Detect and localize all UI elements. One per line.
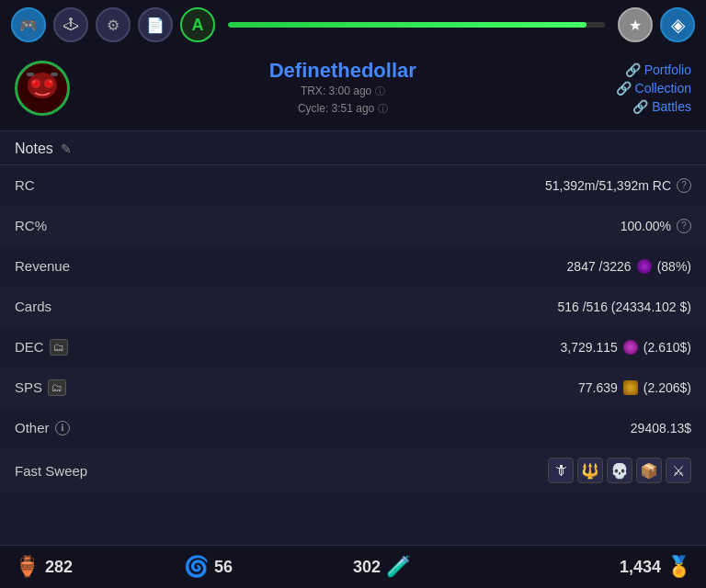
other-info-icon[interactable]: ℹ bbox=[55, 421, 70, 435]
rc-value: 51,392m/51,392m RC ? bbox=[545, 178, 691, 193]
dec-token-icon bbox=[623, 340, 638, 355]
energy-stat: 🌀 56 bbox=[184, 555, 353, 579]
cycle-help[interactable]: ⓘ bbox=[378, 103, 388, 114]
battles-link-icon: 🔗 bbox=[632, 99, 648, 114]
rc-row: RC 51,392m/51,392m RC ? bbox=[0, 165, 706, 206]
sps-token-icon bbox=[623, 380, 638, 395]
revenue-value: 2847 /3226 (88%) bbox=[567, 259, 691, 274]
notes-section: Notes ✎ bbox=[0, 131, 706, 165]
app-container: 🎮 🕹 ⚙ 📄 A ★ ◈ bbox=[0, 0, 706, 588]
collection-link-label: Collection bbox=[635, 81, 691, 96]
rc-help-icon[interactable]: ? bbox=[677, 178, 691, 193]
battles-link[interactable]: 🔗 Battles bbox=[632, 99, 691, 114]
dec-wallet-icon[interactable]: 🗂 bbox=[50, 339, 68, 356]
dec-row: DEC 🗂 3,729.115 (2.610$) bbox=[0, 327, 706, 368]
energy-value: 56 bbox=[214, 558, 233, 577]
fast-sweep-row: Fast Sweep 🗡 🔱 💀 📦 ⚔ bbox=[0, 448, 706, 493]
collection-link[interactable]: 🔗 Collection bbox=[616, 81, 691, 96]
svg-point-7 bbox=[50, 81, 52, 84]
nav-controller-btn[interactable]: 🕹 bbox=[53, 7, 88, 42]
energy-icon: 🌀 bbox=[184, 555, 209, 579]
portfolio-link-label: Portfolio bbox=[644, 62, 691, 77]
portfolio-link-icon: 🔗 bbox=[625, 62, 641, 77]
quest-stat: 302 🧪 bbox=[353, 555, 522, 579]
portfolio-link[interactable]: 🔗 Portfolio bbox=[625, 62, 691, 77]
profile-info: Definethedollar TRX: 3:00 ago ⓘ Cycle: 3… bbox=[70, 59, 616, 118]
wallet-nav-btn[interactable]: ◈ bbox=[660, 7, 695, 42]
notes-edit-icon[interactable]: ✎ bbox=[61, 141, 72, 156]
avatar bbox=[15, 61, 70, 116]
sps-wallet-icon[interactable]: 🗂 bbox=[48, 379, 66, 396]
rc-percent-row: RC% 100.00% ? bbox=[0, 206, 706, 246]
nav-settings-btn[interactable]: ⚙ bbox=[96, 7, 131, 42]
other-value: 29408.13$ bbox=[631, 421, 691, 435]
nav-account-btn[interactable]: A bbox=[180, 7, 215, 42]
trx-time: 3:00 ago bbox=[329, 85, 372, 97]
sps-row: SPS 🗂 77.639 (2.206$) bbox=[0, 368, 706, 408]
quest-icon: 🧪 bbox=[386, 555, 411, 579]
rc-percent-help-icon[interactable]: ? bbox=[677, 219, 691, 233]
progress-fill bbox=[228, 22, 586, 28]
svg-point-6 bbox=[33, 81, 36, 84]
stats-table: RC 51,392m/51,392m RC ? RC% 100.00% ? Re… bbox=[0, 165, 706, 493]
dec-value: 3,729.115 (2.610$) bbox=[561, 340, 691, 355]
cards-row: Cards 516 /516 (24334.102 $) bbox=[0, 287, 706, 327]
bottom-bar: 🏺 282 🌀 56 302 🧪 1,434 🏅 bbox=[0, 545, 706, 588]
progress-bar bbox=[228, 22, 605, 28]
trx-label: TRX: bbox=[301, 85, 325, 97]
medal-stat: 1,434 🏅 bbox=[522, 555, 691, 579]
sps-value: 77.639 (2.206$) bbox=[578, 380, 691, 395]
dec-label: DEC 🗂 bbox=[15, 339, 68, 356]
cycle-label: Cycle: bbox=[298, 102, 328, 115]
medal-icon: 🏅 bbox=[666, 555, 691, 579]
revenue-label: Revenue bbox=[15, 258, 70, 274]
sweep-icon-3[interactable]: 💀 bbox=[607, 458, 632, 483]
profile-links: 🔗 Portfolio 🔗 Collection 🔗 Battles bbox=[616, 62, 691, 114]
revenue-row: Revenue 2847 /3226 (88%) bbox=[0, 246, 706, 287]
nav-document-btn[interactable]: 📄 bbox=[138, 7, 173, 42]
sps-label: SPS 🗂 bbox=[15, 379, 66, 396]
potion1-value: 282 bbox=[45, 558, 73, 577]
nav-game-btn[interactable]: 🎮 bbox=[11, 7, 46, 42]
potion1-icon: 🏺 bbox=[15, 555, 40, 579]
quest-value: 302 bbox=[353, 558, 381, 577]
battles-link-label: Battles bbox=[652, 99, 691, 114]
fast-sweep-icons: 🗡 🔱 💀 📦 ⚔ bbox=[548, 458, 691, 483]
sweep-icon-5[interactable]: ⚔ bbox=[666, 458, 691, 483]
other-row: Other ℹ 29408.13$ bbox=[0, 408, 706, 448]
timing: TRX: 3:00 ago ⓘ Cycle: 3:51 ago ⓘ bbox=[70, 83, 616, 118]
cards-value: 516 /516 (24334.102 $) bbox=[557, 300, 691, 314]
sweep-icon-1[interactable]: 🗡 bbox=[548, 458, 574, 483]
rc-percent-value: 100.00% ? bbox=[621, 219, 691, 233]
other-label: Other ℹ bbox=[15, 420, 70, 435]
medal-value: 1,434 bbox=[620, 558, 661, 577]
star-btn[interactable]: ★ bbox=[618, 7, 653, 42]
notes-label: Notes bbox=[15, 141, 53, 157]
collection-link-icon: 🔗 bbox=[616, 81, 632, 96]
nav-right: ★ ◈ bbox=[618, 7, 695, 42]
svg-rect-9 bbox=[51, 73, 58, 76]
sweep-icon-4[interactable]: 📦 bbox=[636, 458, 662, 483]
username: Definethedollar bbox=[70, 59, 616, 83]
rc-label: RC bbox=[15, 177, 35, 193]
trx-help[interactable]: ⓘ bbox=[375, 85, 385, 96]
cycle-time: 3:51 ago bbox=[332, 102, 375, 115]
fast-sweep-label: Fast Sweep bbox=[15, 463, 87, 479]
svg-rect-8 bbox=[27, 73, 34, 76]
revenue-token-icon bbox=[637, 259, 652, 274]
profile-section: Definethedollar TRX: 3:00 ago ⓘ Cycle: 3… bbox=[0, 50, 706, 131]
sweep-icon-2[interactable]: 🔱 bbox=[577, 458, 603, 483]
potion1-stat: 🏺 282 bbox=[15, 555, 184, 579]
top-nav: 🎮 🕹 ⚙ 📄 A ★ ◈ bbox=[0, 0, 706, 50]
cards-label: Cards bbox=[15, 299, 51, 314]
rc-percent-label: RC% bbox=[15, 218, 47, 233]
